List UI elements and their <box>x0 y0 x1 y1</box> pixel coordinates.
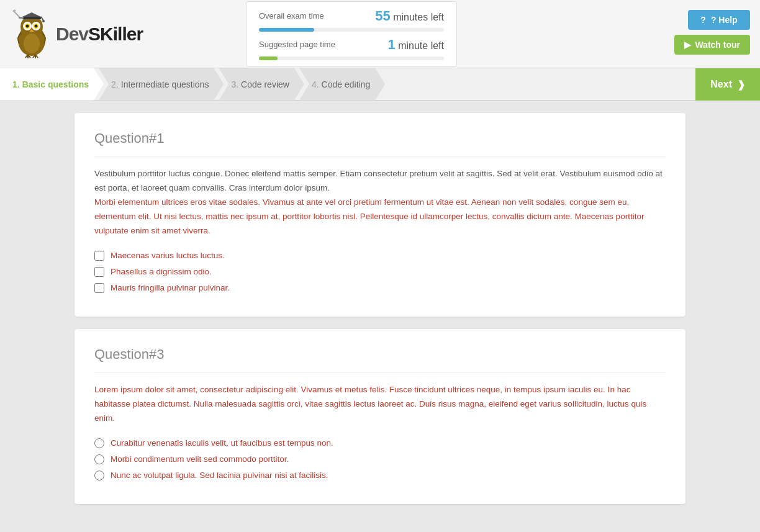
arrow-right-icon: ❱ <box>737 79 745 91</box>
next-button[interactable]: Next ❱ <box>695 68 760 101</box>
answer-label-1-1[interactable]: Maecenas varius luctus luctus. <box>111 251 225 260</box>
question-1-body: Vestibulum porttitor luctus congue. Done… <box>94 167 666 238</box>
nav-tabs: 1. Basic questions 2. Intermediate quest… <box>0 68 760 101</box>
question-icon: ? <box>700 15 706 25</box>
answer-option-1-3: Mauris fringilla pulvinar pulvinar. <box>94 283 666 293</box>
answer-label-1-3[interactable]: Mauris fringilla pulvinar pulvinar. <box>111 283 230 292</box>
help-button[interactable]: ? ? Help <box>688 10 750 30</box>
timer-box: Overall exam time 55 minutes left Sugges… <box>246 1 457 67</box>
checkbox-1-3[interactable] <box>94 283 104 293</box>
svg-point-14 <box>35 24 38 27</box>
answer-label-3-2[interactable]: Morbi condimentum velit sed commodo port… <box>111 454 289 464</box>
watch-tour-button[interactable]: ▶ Watch tour <box>674 35 750 55</box>
svg-rect-8 <box>19 17 24 19</box>
checkbox-1-2[interactable] <box>94 267 104 277</box>
answer-label-3-3[interactable]: Nunc ac volutpat ligula. Sed lacinia pul… <box>111 471 328 480</box>
page-time-value: 1 minute left <box>387 37 444 53</box>
answer-option-1-2: Phasellus a dignissim odio. <box>94 267 666 277</box>
header-actions: ? ? Help ▶ Watch tour <box>674 10 750 55</box>
header: DevSKiller Overall exam time 55 minutes … <box>0 0 760 68</box>
answer-option-3-1: Curabitur venenatis iaculis velit, ut fa… <box>94 438 666 448</box>
question-3-title: Question#3 <box>94 346 666 373</box>
question-card-1: Question#1 Vestibulum porttitor luctus c… <box>75 113 685 317</box>
svg-marker-3 <box>22 12 41 17</box>
question-1-title: Question#1 <box>94 130 666 157</box>
overall-exam-label: Overall exam time <box>259 11 346 20</box>
svg-point-16 <box>24 34 40 53</box>
tab-basic-questions[interactable]: 1. Basic questions <box>0 68 104 101</box>
answer-label-3-1[interactable]: Curabitur venenatis iaculis velit, ut fa… <box>111 438 333 448</box>
checkbox-1-1[interactable] <box>94 251 104 261</box>
answer-option-3-2: Morbi condimentum velit sed commodo port… <box>94 454 666 464</box>
logo: DevSKiller <box>10 9 171 59</box>
answer-option-3-3: Nunc ac volutpat ligula. Sed lacinia pul… <box>94 471 666 480</box>
svg-rect-2 <box>22 17 41 19</box>
page-progress-bar <box>259 56 278 60</box>
svg-point-13 <box>26 24 29 27</box>
play-icon: ▶ <box>684 40 691 50</box>
radio-3-2[interactable] <box>94 454 104 464</box>
main-content: Question#1 Vestibulum porttitor luctus c… <box>0 101 760 529</box>
tab-code-editing[interactable]: 4. Code editing <box>299 68 385 101</box>
radio-3-1[interactable] <box>94 438 104 448</box>
tab-intermediate-questions[interactable]: 2. Intermediate questions <box>99 68 224 101</box>
page-time-label: Suggested page time <box>259 40 346 49</box>
logo-text: DevSKiller <box>56 24 143 45</box>
answer-label-1-2[interactable]: Phasellus a dignissim odio. <box>111 267 212 276</box>
svg-point-5 <box>42 20 45 22</box>
answer-option-1-1: Maecenas varius luctus luctus. <box>94 251 666 261</box>
tab-code-review[interactable]: 3. Code review <box>219 68 304 101</box>
overall-exam-value: 55 minutes left <box>375 8 444 24</box>
radio-3-3[interactable] <box>94 471 104 480</box>
overall-progress-bar <box>259 28 314 32</box>
question-card-3: Question#3 Lorem ipsum dolor sit amet, c… <box>75 329 685 504</box>
question-3-body: Lorem ipsum dolor sit amet, consectetur … <box>94 383 666 426</box>
owl-logo-icon <box>10 9 53 59</box>
